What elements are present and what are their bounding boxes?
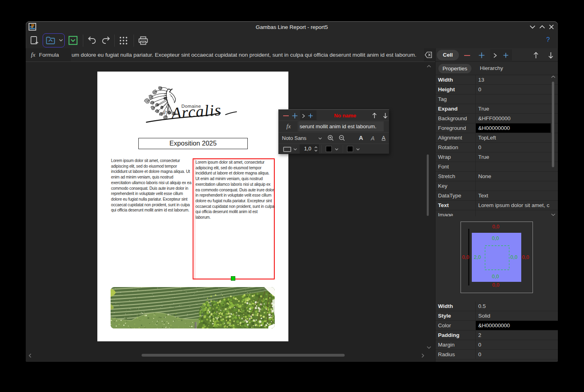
svg-text:d’: d’: [163, 109, 167, 115]
svg-text:Arcalis: Arcalis: [169, 101, 222, 122]
